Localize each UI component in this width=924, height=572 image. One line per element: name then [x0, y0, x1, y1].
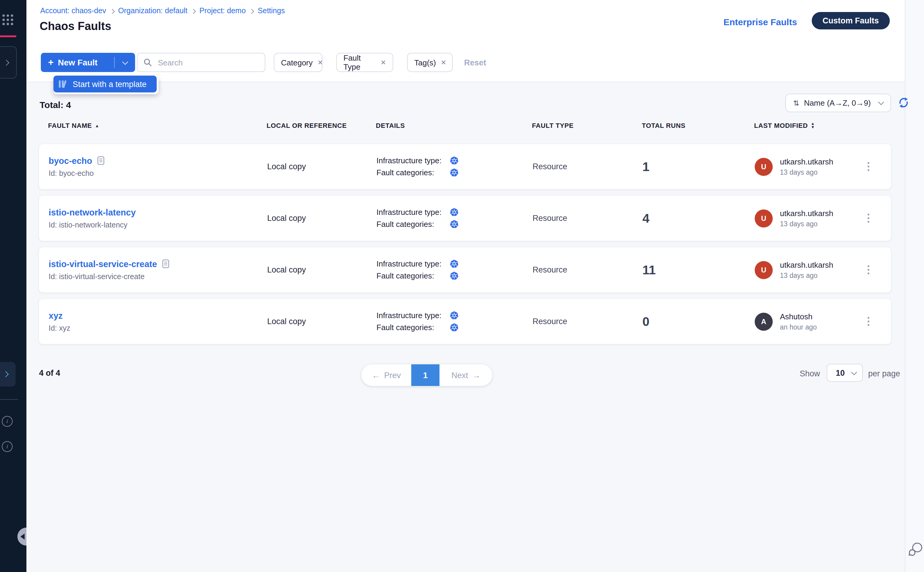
- sort-updown-icon: ▲▼: [811, 122, 815, 129]
- chevron-right-icon: [3, 59, 9, 65]
- breadcrumb-project[interactable]: Project: demo: [199, 6, 246, 15]
- fault-type: Resource: [532, 214, 642, 223]
- main-content: Account: chaos-dev Organization: default…: [26, 0, 905, 572]
- kubernetes-icon: [450, 220, 459, 228]
- table-row: istio-network-latency Id: istio-network-…: [39, 195, 891, 241]
- page-size-value: 10: [836, 368, 845, 377]
- page-title: Chaos Faults: [40, 20, 111, 33]
- kubernetes-icon: [450, 271, 459, 280]
- total-runs: 11: [642, 263, 755, 277]
- kubernetes-icon: [450, 208, 459, 217]
- kubernetes-icon: [450, 156, 459, 165]
- fault-categories-label: Fault categories:: [376, 220, 450, 228]
- app-window: i i Account: chaos-dev Organization: def…: [0, 0, 924, 572]
- local-or-reference: Local copy: [267, 214, 376, 223]
- search-input[interactable]: [157, 58, 255, 67]
- filter-chip-fault-type[interactable]: Fault Type ✕: [336, 53, 393, 72]
- breadcrumb-settings[interactable]: Settings: [258, 6, 285, 15]
- prev-page-button[interactable]: ← Prev: [361, 364, 411, 386]
- column-details: DETAILS: [376, 122, 532, 129]
- sidebar-expand-button-bottom[interactable]: [0, 362, 16, 387]
- enterprise-faults-link[interactable]: Enterprise Faults: [723, 17, 797, 27]
- chevron-down-icon: [851, 369, 857, 375]
- sort-asc-icon: ▲: [95, 123, 99, 127]
- total-runs: 1: [642, 159, 755, 174]
- sort-value: Name (A→Z, 0→9): [804, 98, 871, 107]
- new-fault-button[interactable]: + New Fault: [41, 53, 135, 72]
- sidebar-expand-button[interactable]: [0, 46, 17, 79]
- fault-categories-label: Fault categories:: [376, 271, 450, 280]
- infra-type-label: Infrastructure type:: [376, 156, 450, 165]
- column-last-modified[interactable]: LAST MODIFIED ▲▼: [754, 122, 855, 129]
- column-fault-name[interactable]: FAULT NAME ▲: [48, 122, 267, 129]
- apps-grid-icon[interactable]: [2, 14, 13, 25]
- manifest-icon[interactable]: [162, 259, 169, 268]
- breadcrumb-account[interactable]: Account: chaos-dev: [40, 6, 106, 15]
- fault-name-link[interactable]: istio-virtual-service-create: [49, 259, 157, 269]
- next-page-button[interactable]: Next →: [439, 364, 492, 386]
- help-icon[interactable]: i: [2, 441, 12, 452]
- avatar: U: [755, 209, 773, 227]
- kubernetes-icon: [450, 311, 459, 320]
- chevron-right-icon: [3, 371, 9, 377]
- triangle-left-icon: [20, 533, 25, 539]
- result-count: 4 of 4: [39, 368, 60, 378]
- modified-by: utkarsh.utkarsh: [780, 209, 833, 218]
- menu-item-start-with-template[interactable]: Start with a template: [53, 76, 157, 92]
- modified-by: Ashutosh: [780, 312, 817, 321]
- chevron-down-icon: [122, 59, 128, 65]
- column-fault-type: FAULT TYPE: [532, 122, 642, 129]
- breadcrumb-organization[interactable]: Organization: default: [118, 6, 188, 15]
- breadcrumb: Account: chaos-dev Organization: default…: [40, 6, 285, 15]
- table-row: xyz Id: xyz Local copy Infrastructure ty…: [39, 298, 891, 345]
- fault-name-link[interactable]: xyz: [49, 311, 63, 320]
- table-row: byoc-echo Id: byoc-echo Local copy Infra…: [39, 143, 891, 190]
- row-menu-button[interactable]: [865, 263, 872, 277]
- kubernetes-icon: [450, 168, 459, 177]
- column-total-runs: TOTAL RUNS: [642, 122, 754, 129]
- per-page-label: per page: [868, 369, 900, 378]
- chip-label: Fault Type: [344, 53, 376, 72]
- sort-dropdown[interactable]: ⇅ Name (A→Z, 0→9): [785, 94, 891, 112]
- new-fault-menu: Start with a template: [53, 76, 159, 94]
- column-local-or-reference: LOCAL OR REFERENCE: [267, 122, 376, 129]
- row-menu-button[interactable]: [865, 160, 872, 173]
- filter-chip-category[interactable]: Category ✕: [274, 53, 322, 72]
- modified-time: 13 days ago: [780, 169, 833, 176]
- chevron-down-icon: [878, 99, 884, 105]
- manifest-icon[interactable]: [97, 156, 104, 165]
- modified-by: utkarsh.utkarsh: [780, 261, 833, 269]
- page-size-select[interactable]: 10: [827, 364, 863, 382]
- sort-arrows-icon: ⇅: [793, 99, 799, 107]
- refresh-button[interactable]: [898, 97, 909, 108]
- new-fault-dropdown-toggle[interactable]: [115, 53, 135, 72]
- close-icon[interactable]: ✕: [381, 59, 386, 66]
- kubernetes-icon: [450, 323, 459, 332]
- pagination: ← Prev 1 Next →: [361, 364, 492, 386]
- row-menu-button[interactable]: [865, 314, 872, 328]
- close-icon[interactable]: ✕: [317, 59, 323, 66]
- chip-label: Tag(s): [414, 58, 436, 67]
- chevron-right-icon: [191, 9, 196, 14]
- chat-support-icon[interactable]: [908, 541, 924, 558]
- sidebar: i i: [0, 0, 26, 572]
- info-icon[interactable]: i: [2, 416, 12, 427]
- reset-filters-link[interactable]: Reset: [464, 58, 486, 67]
- fault-type: Resource: [532, 317, 642, 326]
- fault-name-link[interactable]: byoc-echo: [49, 156, 92, 165]
- local-or-reference: Local copy: [267, 317, 376, 326]
- new-fault-label: New Fault: [58, 58, 98, 67]
- infra-type-label: Infrastructure type:: [376, 311, 450, 320]
- fault-name-link[interactable]: istio-network-latency: [49, 207, 136, 217]
- row-menu-button[interactable]: [865, 211, 872, 225]
- custom-faults-button[interactable]: Custom Faults: [812, 12, 890, 30]
- close-icon[interactable]: ✕: [441, 59, 446, 66]
- fault-list: byoc-echo Id: byoc-echo Local copy Infra…: [39, 143, 891, 350]
- total-runs: 0: [642, 314, 755, 329]
- sidebar-divider: [0, 399, 18, 400]
- current-page[interactable]: 1: [411, 364, 439, 386]
- fault-categories-label: Fault categories:: [376, 323, 450, 332]
- filter-chip-tags[interactable]: Tag(s) ✕: [407, 53, 453, 72]
- modified-time: 13 days ago: [780, 272, 833, 279]
- fault-categories-label: Fault categories:: [376, 168, 450, 177]
